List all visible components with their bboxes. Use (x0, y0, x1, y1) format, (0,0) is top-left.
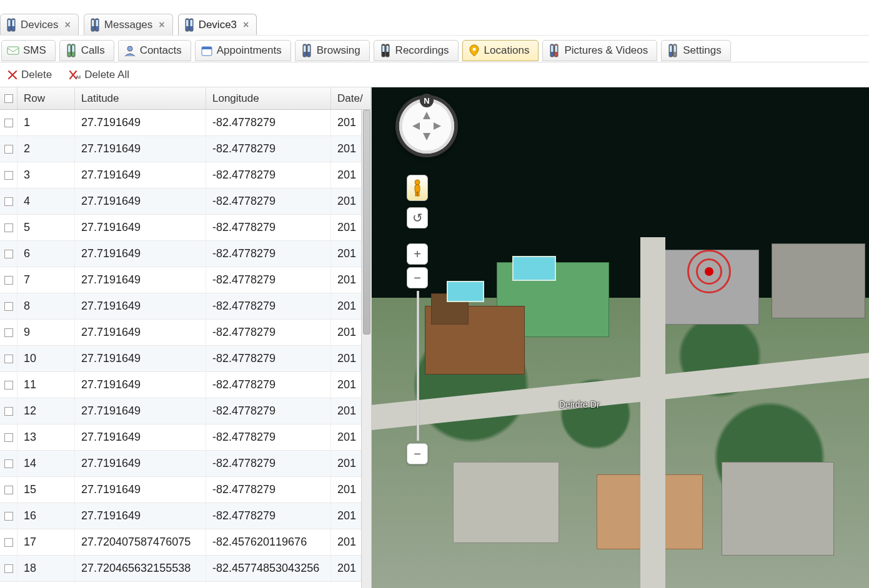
row-checkbox[interactable] (0, 556, 17, 581)
map-pool (447, 281, 484, 302)
rotate-button[interactable]: ↺ (407, 207, 428, 228)
row-checkbox[interactable] (0, 320, 17, 345)
zoom-out-bottom-button[interactable]: − (407, 443, 428, 464)
table-row[interactable]: 1827.720465632155538-82.4577485304325620… (0, 556, 371, 582)
svg-rect-2 (8, 20, 11, 26)
delete-all-button[interactable]: All Delete All (63, 66, 136, 84)
vertical-scrollbar[interactable] (361, 110, 371, 588)
cell-longitude: -82.4778279 (206, 320, 331, 345)
doc-tab-messages[interactable]: Messages× (84, 14, 173, 35)
cell-longitude: -82.4778279 (206, 136, 331, 162)
cell-longitude: -82.4778279 (206, 241, 331, 267)
svg-rect-35 (670, 46, 672, 52)
cell-latitude: 27.7191649 (75, 189, 206, 214)
doc-tab-devices[interactable]: Devices× (0, 14, 79, 35)
compass-north-badge: N (420, 94, 434, 107)
tab-locations[interactable]: Locations (462, 40, 539, 61)
table-row[interactable]: 1127.7191649-82.4778279201 (0, 372, 371, 398)
svg-rect-12 (7, 47, 19, 54)
tab-appointments[interactable]: Appointments (195, 40, 291, 61)
tab-pictures-videos[interactable]: Pictures & Videos (542, 40, 657, 61)
zoom-out-button[interactable]: − (407, 267, 428, 288)
row-checkbox[interactable] (0, 529, 17, 555)
tab-label: Calls (81, 44, 105, 57)
cell-latitude: 27.7191649 (75, 293, 206, 319)
table-row[interactable]: 327.7191649-82.4778279201 (0, 162, 371, 189)
map-panel[interactable]: Deirdre Dr N ↺ (372, 87, 869, 588)
tab-contacts[interactable]: Contacts (118, 40, 191, 61)
row-checkbox[interactable] (0, 136, 17, 162)
row-checkbox[interactable] (0, 346, 17, 371)
doc-tab-device3[interactable]: Device3× (178, 14, 257, 35)
map-compass-control[interactable]: N (395, 95, 458, 157)
appointments-icon (201, 44, 213, 57)
delete-button[interactable]: Delete (1, 66, 58, 84)
settings-icon (667, 44, 679, 57)
header-date[interactable]: Date/ (331, 87, 371, 109)
svg-rect-32 (555, 46, 558, 52)
category-tab-bar: SMS CallsContactsAppointments Browsing R… (0, 35, 869, 62)
header-row[interactable]: Row (17, 87, 75, 109)
row-checkbox[interactable] (0, 424, 17, 450)
tab-sms[interactable]: SMS (1, 40, 56, 61)
row-checkbox[interactable] (0, 241, 17, 267)
map-building (659, 250, 759, 325)
tab-calls[interactable]: Calls (59, 40, 114, 61)
row-checkbox[interactable] (0, 503, 17, 529)
table-row[interactable]: 1327.7191649-82.4778279201 (0, 424, 371, 451)
tab-settings[interactable]: Settings (661, 40, 730, 61)
table-row[interactable]: 1227.7191649-82.4778279201 (0, 398, 371, 424)
row-checkbox[interactable] (0, 293, 17, 319)
row-checkbox[interactable] (0, 398, 17, 424)
table-row[interactable]: 227.7191649-82.4778279201 (0, 136, 371, 162)
table-row[interactable]: 627.7191649-82.4778279201 (0, 241, 371, 267)
cell-latitude: 27.7191649 (75, 372, 206, 398)
pegman-button[interactable] (407, 175, 428, 201)
header-longitude[interactable]: Longitude (206, 87, 331, 109)
header-checkbox-col[interactable] (0, 87, 17, 109)
close-icon[interactable]: × (159, 19, 164, 31)
cell-latitude: 27.720407587476075 (75, 529, 206, 555)
cell-latitude: 27.7191649 (75, 267, 206, 293)
cell-longitude: -82.4778279 (206, 162, 331, 188)
delete-label: Delete (21, 69, 52, 81)
locations-table-panel: Row Latitude Longitude Date/ 127.7191649… (0, 87, 372, 588)
table-row[interactable]: 1027.7191649-82.4778279201 (0, 346, 371, 372)
table-row[interactable]: 427.7191649-82.4778279201 (0, 189, 371, 215)
table-row[interactable]: 1627.7191649-82.4778279201 (0, 503, 371, 529)
table-row[interactable]: 527.7191649-82.4778279201 (0, 215, 371, 241)
row-checkbox[interactable] (0, 189, 17, 214)
table-row[interactable]: 827.7191649-82.4778279201 (0, 293, 371, 320)
cell-latitude: 27.720465632155538 (75, 556, 206, 581)
tab-recordings[interactable]: Recordings (374, 40, 459, 61)
table-row[interactable]: 127.7191649-82.4778279201 (0, 110, 371, 136)
rotate-icon: ↺ (412, 210, 423, 225)
row-checkbox[interactable] (0, 267, 17, 293)
close-icon[interactable]: × (243, 19, 249, 31)
header-latitude[interactable]: Latitude (75, 87, 206, 109)
map-satellite-surface[interactable]: Deirdre Dr (372, 87, 869, 588)
zoom-slider-track[interactable] (417, 291, 419, 441)
close-icon[interactable]: × (64, 19, 70, 31)
cell-latitude: 27.7191649 (75, 241, 206, 267)
row-checkbox[interactable] (0, 477, 17, 502)
scrollbar-thumb[interactable] (363, 110, 370, 335)
pictures-videos-icon (548, 44, 560, 57)
table-row[interactable]: 1427.7191649-82.4778279201 (0, 451, 371, 477)
tab-label: Recordings (395, 44, 449, 57)
svg-rect-7 (96, 20, 98, 26)
row-checkbox[interactable] (0, 162, 17, 188)
table-row[interactable]: 1727.720407587476075-82.457620119676201 (0, 529, 371, 556)
row-checkbox[interactable] (0, 451, 17, 476)
row-checkbox[interactable] (0, 215, 17, 240)
row-checkbox[interactable] (0, 110, 17, 135)
cell-longitude: -82.4778279 (206, 346, 331, 371)
table-row[interactable]: 727.7191649-82.4778279201 (0, 267, 371, 293)
row-checkbox[interactable] (0, 372, 17, 398)
table-row[interactable]: 1527.7191649-82.4778279201 (0, 477, 371, 503)
zoom-in-button[interactable]: + (407, 243, 428, 265)
table-row[interactable]: 927.7191649-82.4778279201 (0, 320, 371, 346)
tab-label: SMS (23, 44, 46, 57)
tab-browsing[interactable]: Browsing (295, 40, 370, 61)
cell-latitude: 27.7191649 (75, 451, 206, 476)
